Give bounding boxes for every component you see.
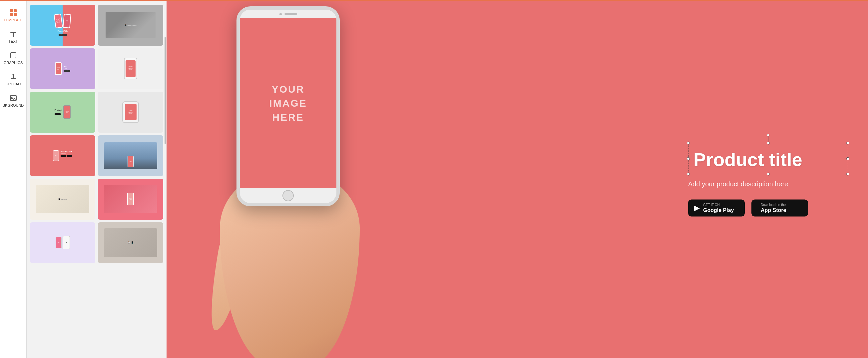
top-border (0, 0, 868, 1)
canvas-text-area: Product title Add your product descripti… (688, 143, 848, 217)
app-store-button[interactable]: Download on the App Store (751, 199, 808, 216)
svg-rect-5 (13, 32, 14, 37)
app-store-text-block: Download on the App Store (761, 203, 786, 213)
phone-bottom-bar (240, 188, 336, 203)
template-card-3[interactable]: YOURIMG App Title App Store (30, 48, 95, 89)
sidebar-label-background: BKGROUND (3, 103, 24, 107)
svg-rect-6 (11, 53, 16, 58)
product-title[interactable]: Product title (693, 149, 843, 170)
sidebar-label-graphics: GRAPHICS (4, 61, 23, 65)
phone-mockup: YOURIMAGEHERE (237, 6, 340, 206)
phone-top-bar (240, 10, 336, 18)
selection-corner-tr[interactable] (846, 142, 849, 145)
google-play-icon: ▶ (694, 204, 700, 212)
template-card-11[interactable]: IMG 📱 (30, 222, 95, 263)
selection-corner-ml[interactable] (687, 157, 690, 160)
phone-camera (279, 13, 282, 15)
svg-rect-2 (10, 13, 13, 16)
phone-screen: YOURIMAGEHERE (240, 18, 336, 188)
selection-corner-tm[interactable] (767, 142, 770, 145)
app-buttons-container: ▶ GET IT ON Google Play Download on the … (688, 199, 848, 216)
sidebar-label-upload: UPLOAD (6, 82, 21, 86)
sidebar-item-graphics[interactable]: GRAPHICS (0, 47, 26, 69)
sidebar-label-template: TEMPLATE (4, 18, 23, 22)
template-card-10[interactable]: YOURIMG (98, 179, 163, 220)
image-icon (9, 94, 17, 102)
phone-speaker (284, 13, 297, 15)
scrollbar[interactable] (164, 37, 166, 144)
template-grid: YOURIMAGEHERE IMG Product Title Get it o… (30, 5, 163, 263)
text-icon (9, 30, 17, 38)
canvas-background: YOURIMAGEHERE (166, 1, 868, 358)
selection-corner-bm[interactable] (767, 172, 770, 175)
sidebar-label-text: TEXT (8, 39, 18, 43)
template-card-4[interactable]: YOURIMAGEHERE (98, 48, 163, 89)
hand-phone-group: YOURIMAGEHERE (200, 1, 393, 358)
square-icon (9, 51, 17, 59)
sidebar-item-template[interactable]: TEMPLATE (0, 5, 26, 26)
svg-rect-7 (11, 78, 16, 79)
upload-icon (9, 73, 17, 81)
google-play-text-block: GET IT ON Google Play (703, 203, 734, 213)
left-sidebar: TEMPLATE TEXT GRAPHICS UPLOAD (0, 1, 27, 358)
phone-home-button (282, 190, 294, 201)
grid-icon (9, 9, 17, 17)
template-card-7[interactable]: IMG Product title description (30, 135, 95, 176)
google-play-button[interactable]: ▶ GET IT ON Google Play (688, 199, 745, 216)
google-play-large-text: Google Play (703, 207, 734, 213)
google-play-small-text: GET IT ON (703, 203, 734, 207)
svg-rect-3 (14, 13, 17, 16)
sidebar-item-upload[interactable]: UPLOAD (0, 69, 26, 90)
sidebar-item-text[interactable]: TEXT (0, 26, 26, 47)
selection-corner-mr[interactable] (846, 157, 849, 160)
phone-screen-text: YOURIMAGEHERE (269, 82, 307, 124)
template-card-1[interactable]: YOURIMAGEHERE IMG Product Title Get it o… (30, 5, 95, 46)
template-card-6[interactable]: YOURIMAGEHERE (98, 92, 163, 133)
template-card-5[interactable]: Product title YOURIMG (30, 92, 95, 133)
svg-rect-0 (10, 9, 13, 12)
template-card-8[interactable]: IMG (98, 135, 163, 176)
product-description[interactable]: Add your product description here (688, 180, 848, 188)
selection-box[interactable]: Product title (688, 143, 848, 174)
sidebar-item-background[interactable]: BKGROUND (0, 90, 26, 111)
main-canvas: YOURIMAGEHERE (166, 1, 868, 358)
app-store-small-text: Download on the (761, 203, 786, 207)
selection-corner-bl[interactable] (687, 172, 690, 175)
selection-corner-br[interactable] (846, 172, 849, 175)
template-panel: YOURIMAGEHERE IMG Product Title Get it o… (27, 1, 166, 358)
app-store-large-text: App Store (761, 207, 786, 213)
selection-corner-tl[interactable] (687, 142, 690, 145)
template-card-9[interactable]: 📱 lifestyle (30, 179, 95, 220)
svg-rect-1 (14, 9, 17, 12)
template-card-2[interactable]: 📱 hand photo (98, 5, 163, 46)
template-card-12[interactable]: ⌚ 📱 (98, 222, 163, 263)
selection-dot-top[interactable] (767, 134, 769, 137)
